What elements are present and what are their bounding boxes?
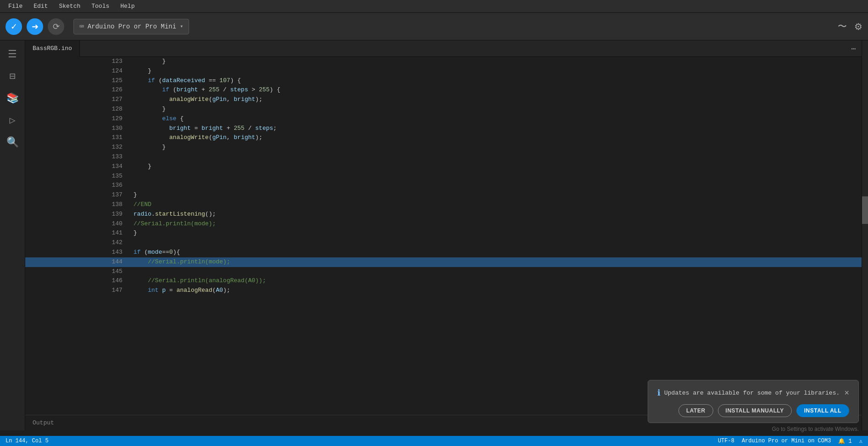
code-table: 123 }124 }125 if (dataReceived == 107) {… bbox=[25, 57, 862, 295]
line-content: //Serial.println(mode); bbox=[130, 257, 862, 267]
sidebar-icon-files[interactable]: ☰ bbox=[2, 44, 22, 64]
menu-sketch[interactable]: Sketch bbox=[54, 2, 85, 11]
line-content: radio.startListening(); bbox=[130, 210, 862, 219]
notification-header: ℹ Updates are available for some of your… bbox=[657, 388, 849, 398]
line-number: 147 bbox=[25, 286, 130, 295]
line-number: 132 bbox=[25, 143, 130, 152]
line-number: 130 bbox=[25, 124, 130, 134]
status-board[interactable]: Arduino Pro or Mini on COM3 bbox=[742, 438, 831, 445]
line-content: } bbox=[130, 105, 862, 114]
status-encoding[interactable]: UTF-8 bbox=[718, 438, 734, 445]
status-error-icon[interactable]: ⚠ bbox=[859, 438, 862, 445]
line-number: 133 bbox=[25, 152, 130, 162]
line-content: if (dataReceived == 107) { bbox=[130, 76, 862, 86]
line-number: 124 bbox=[25, 67, 130, 76]
line-number: 128 bbox=[25, 105, 130, 114]
serial-plotter-button[interactable]: 〜 bbox=[838, 20, 847, 33]
line-content: bright = bright + 255 / steps; bbox=[130, 124, 862, 134]
line-content: } bbox=[130, 143, 862, 152]
notification-message: Updates are available for some of your l… bbox=[664, 390, 840, 396]
sidebar: ☰ ⊟ 📚 ▷ 🔍 bbox=[0, 40, 25, 430]
windows-activate-text: Go to Settings to activate Windows. bbox=[772, 426, 859, 432]
editor-area: BassRGB.ino ⋯ 123 }124 }125 if (dataRece… bbox=[25, 40, 862, 430]
verify-button[interactable]: ✓ bbox=[6, 18, 22, 35]
line-number: 142 bbox=[25, 238, 130, 248]
menubar: File Edit Sketch Tools Help bbox=[0, 0, 868, 13]
chevron-down-icon: ▾ bbox=[180, 23, 183, 30]
line-content: if (bright + 255 / steps > 255) { bbox=[130, 85, 862, 95]
line-number: 123 bbox=[25, 57, 130, 67]
menu-tools[interactable]: Tools bbox=[87, 2, 114, 11]
line-content: } bbox=[130, 190, 862, 200]
code-editor[interactable]: 123 }124 }125 if (dataReceived == 107) {… bbox=[25, 57, 862, 415]
tab-more-button[interactable]: ⋯ bbox=[846, 44, 862, 54]
line-number: 137 bbox=[25, 190, 130, 200]
menu-help[interactable]: Help bbox=[116, 2, 139, 11]
line-content: //Serial.println(mode); bbox=[130, 219, 862, 229]
debug-button[interactable]: ⟳ bbox=[48, 18, 64, 35]
info-icon: ℹ bbox=[657, 388, 661, 398]
install-all-button[interactable]: INSTALL ALL bbox=[796, 404, 849, 417]
line-content bbox=[130, 152, 862, 162]
line-number: 135 bbox=[25, 172, 130, 181]
toolbar: ✓ ➜ ⟳ ⌨ Arduino Pro or Pro Mini ▾ 〜 ⚙ bbox=[0, 13, 868, 40]
line-number: 129 bbox=[25, 114, 130, 124]
line-content: analogWrite(gPin, bright); bbox=[130, 95, 862, 105]
line-number: 125 bbox=[25, 76, 130, 86]
tab-bar: BassRGB.ino ⋯ bbox=[25, 40, 862, 57]
line-number: 140 bbox=[25, 219, 130, 229]
line-number: 145 bbox=[25, 267, 130, 277]
sidebar-icon-debug[interactable]: ▷ bbox=[2, 110, 22, 130]
menu-edit[interactable]: Edit bbox=[29, 2, 52, 11]
settings-button[interactable]: ⚙ bbox=[854, 21, 862, 32]
line-content: } bbox=[130, 229, 862, 238]
sidebar-icon-library[interactable]: 📚 bbox=[2, 88, 22, 108]
install-manually-button[interactable]: INSTALL MANUALLY bbox=[718, 404, 792, 417]
status-position[interactable]: Ln 144, Col 5 bbox=[6, 438, 49, 444]
line-number: 144 bbox=[25, 257, 130, 267]
notification-actions: LATER INSTALL MANUALLY INSTALL ALL bbox=[657, 404, 849, 417]
line-content: } bbox=[130, 57, 862, 67]
menu-file[interactable]: File bbox=[4, 2, 27, 11]
board-selector[interactable]: ⌨ Arduino Pro or Pro Mini ▾ bbox=[73, 19, 189, 34]
notification-close-button[interactable]: × bbox=[844, 389, 849, 397]
later-button[interactable]: LATER bbox=[678, 404, 713, 417]
tab-bassrgb[interactable]: BassRGB.ino bbox=[25, 40, 80, 57]
line-number: 146 bbox=[25, 276, 130, 286]
line-content bbox=[130, 172, 862, 181]
minimap-thumb[interactable] bbox=[862, 196, 868, 224]
line-number: 127 bbox=[25, 95, 130, 105]
main-layout: ☰ ⊟ 📚 ▷ 🔍 BassRGB.ino ⋯ 123 }124 }125 if… bbox=[0, 40, 868, 430]
usb-icon: ⌨ bbox=[79, 22, 84, 31]
status-notifications[interactable]: 🔔 1 bbox=[838, 438, 851, 445]
line-number: 126 bbox=[25, 85, 130, 95]
upload-button[interactable]: ➜ bbox=[27, 18, 43, 35]
status-bar: Ln 144, Col 5 UTF-8 Arduino Pro or Mini … bbox=[0, 436, 868, 446]
line-content: } bbox=[130, 162, 862, 172]
status-right: UTF-8 Arduino Pro or Mini on COM3 🔔 1 ⚠ bbox=[718, 438, 862, 445]
line-content: if (mode==0){ bbox=[130, 248, 862, 257]
line-content: analogWrite(gPin, bright); bbox=[130, 133, 862, 143]
line-number: 139 bbox=[25, 210, 130, 219]
line-number: 138 bbox=[25, 200, 130, 210]
line-content bbox=[130, 238, 862, 248]
toolbar-right: 〜 ⚙ bbox=[838, 20, 862, 33]
line-content: int p = analogRead(A0); bbox=[130, 286, 862, 295]
output-label: Output bbox=[33, 419, 54, 426]
line-content: } bbox=[130, 67, 862, 76]
line-content: else { bbox=[130, 114, 862, 124]
line-content bbox=[130, 267, 862, 277]
line-content bbox=[130, 181, 862, 190]
tab-filename: BassRGB.ino bbox=[33, 45, 72, 52]
line-number: 136 bbox=[25, 181, 130, 190]
minimap[interactable] bbox=[862, 40, 868, 430]
notification-popup: ℹ Updates are available for some of your… bbox=[648, 380, 859, 423]
line-number: 143 bbox=[25, 248, 130, 257]
sidebar-icon-boards[interactable]: ⊟ bbox=[2, 66, 22, 86]
line-content: //Serial.println(analogRead(A0)); bbox=[130, 276, 862, 286]
line-number: 131 bbox=[25, 133, 130, 143]
sidebar-icon-search[interactable]: 🔍 bbox=[2, 132, 22, 152]
line-number: 141 bbox=[25, 229, 130, 238]
line-number: 134 bbox=[25, 162, 130, 172]
board-name: Arduino Pro or Pro Mini bbox=[88, 23, 176, 30]
